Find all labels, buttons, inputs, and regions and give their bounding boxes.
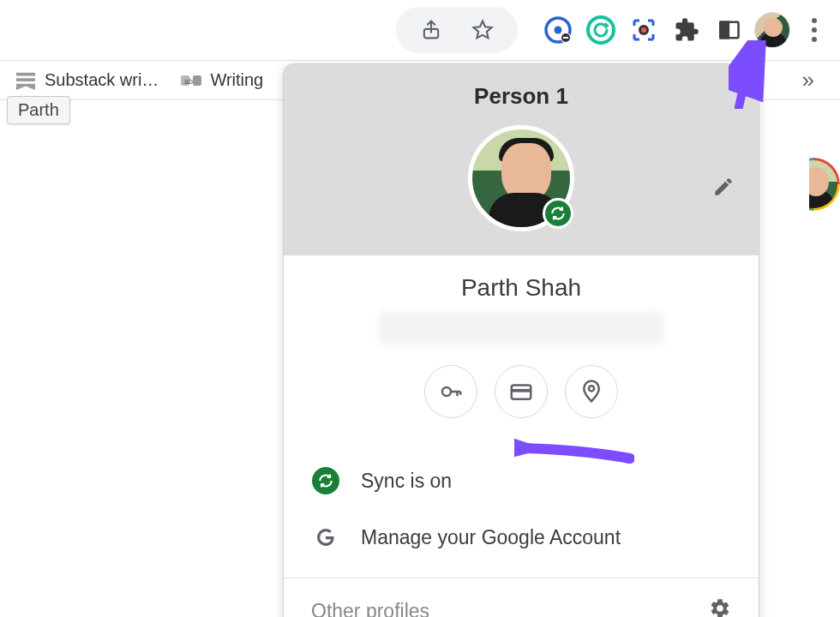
browser-menu-button[interactable] [797, 12, 831, 48]
extension-onetab-icon[interactable] [540, 12, 576, 48]
star-icon[interactable] [465, 12, 501, 48]
svg-rect-5 [563, 37, 568, 39]
svg-point-6 [588, 17, 614, 43]
svg-rect-14 [193, 75, 201, 86]
svg-point-16 [442, 387, 451, 396]
menu-item-manage-account[interactable]: Manage your Google Account [284, 509, 759, 566]
share-icon[interactable] [413, 12, 449, 48]
annotation-arrow-up [729, 40, 780, 109]
edit-pencil-icon[interactable] [712, 176, 735, 201]
svg-rect-10 [721, 22, 729, 39]
profile-popup-header: Person 1 [284, 64, 759, 255]
profile-name: Parth Shah [284, 274, 759, 302]
workspace-avatar[interactable] [787, 158, 840, 211]
bookmark-overflow-chevron-icon[interactable]: » [785, 67, 831, 93]
svg-point-8 [641, 27, 646, 33]
browser-toolbar [0, 0, 840, 60]
extension-grammarly-icon[interactable] [583, 12, 619, 48]
sync-icon [311, 466, 340, 495]
other-profiles-row: Other profiles [284, 578, 759, 617]
profile-chips [284, 365, 759, 418]
address-bar-controls [396, 7, 518, 53]
bookmark-item-writing[interactable]: ab Writing [174, 67, 270, 94]
addresses-chip[interactable] [565, 365, 618, 418]
gear-icon[interactable] [709, 597, 731, 617]
svg-rect-11 [16, 72, 35, 75]
payments-chip[interactable] [495, 365, 548, 418]
bookmark-item-substack[interactable]: Substack wri… [9, 67, 165, 94]
menu-item-label: Manage your Google Account [361, 526, 621, 549]
bookmark-label: Writing [210, 70, 263, 90]
extension-screenshot-icon[interactable] [626, 12, 662, 48]
extensions-puzzle-icon[interactable] [669, 12, 705, 48]
svg-text:ab: ab [184, 77, 193, 86]
bookmark-label: Substack wri… [45, 70, 159, 90]
google-g-icon [311, 523, 340, 552]
profile-popup: Person 1 Parth Shah [283, 63, 759, 617]
tooltip: Parth [7, 96, 70, 124]
profile-email-redacted [380, 312, 663, 344]
other-profiles-label: Other profiles [311, 600, 429, 618]
profile-popup-title: Person 1 [284, 83, 759, 110]
profile-avatar [468, 125, 574, 231]
svg-point-2 [555, 27, 562, 34]
writing-favicon: ab [181, 70, 201, 91]
passwords-chip[interactable] [424, 365, 477, 418]
svg-rect-12 [16, 78, 35, 81]
sync-badge-icon [543, 198, 573, 229]
menu-item-label: Sync is on [361, 470, 452, 493]
annotation-arrow-left [514, 424, 634, 476]
svg-point-19 [589, 386, 594, 391]
substack-favicon [15, 70, 36, 91]
